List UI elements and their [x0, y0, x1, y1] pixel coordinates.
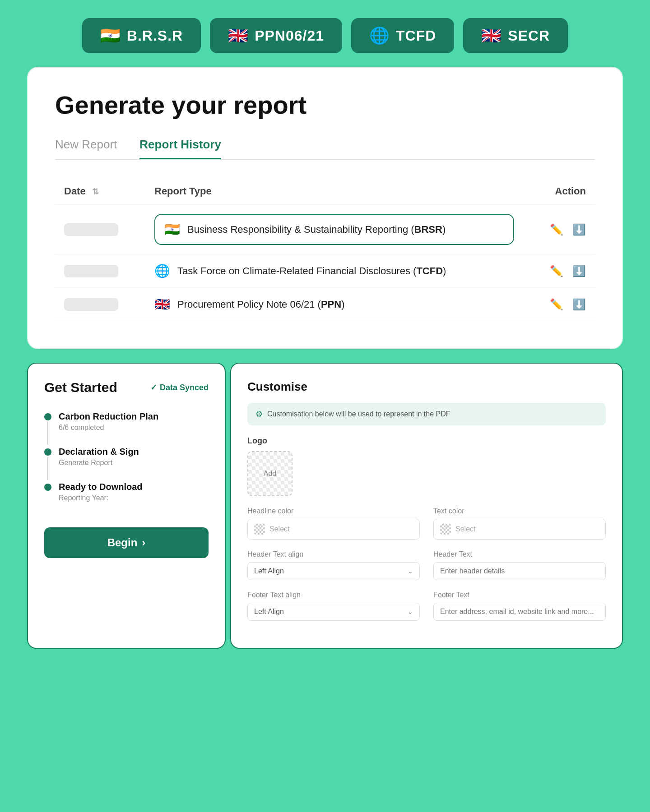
tcfd-abbr: TCFD: [416, 265, 443, 277]
nav-badge-brsr[interactable]: 🇮🇳 B.R.S.R: [82, 18, 201, 53]
ppn-label: PPN06/21: [255, 28, 324, 44]
footer-text-field: Footer Text: [433, 591, 606, 621]
report-type-cell-1: 🇮🇳 Business Responsibility & Sustainabil…: [145, 205, 523, 254]
step-1-title: Carbon Reduction Plan: [59, 411, 158, 422]
nav-badge-tcfd[interactable]: 🌐 TCFD: [351, 18, 454, 53]
footer-align-value: Left Align: [254, 608, 284, 616]
brsr-label: B.R.S.R: [127, 28, 183, 44]
date-placeholder-1: [64, 223, 118, 236]
header-text-field: Header Text: [433, 550, 606, 580]
header-text-align-field: Header Text align Left Align ⌄: [247, 550, 420, 580]
col-report-type: Report Type: [145, 178, 523, 205]
step-2-sub: Generate Report: [59, 459, 139, 467]
info-icon: ⚙: [255, 409, 263, 419]
nav-badge-ppn[interactable]: 🇬🇧 PPN06/21: [210, 18, 342, 53]
ppn-report-label: Procurement Policy Note 06/21 (PPN): [177, 299, 345, 310]
logo-label: Logo: [247, 436, 606, 446]
ppn-flag-icon: 🇬🇧: [154, 297, 170, 312]
steps-list: Carbon Reduction Plan 6/6 completed Decl…: [44, 411, 209, 511]
header-align-select[interactable]: Left Align ⌄: [247, 562, 420, 580]
edit-icon-3[interactable]: ✏️: [550, 298, 563, 311]
ppn-abbr: PPN: [321, 299, 341, 310]
tab-report-history[interactable]: Report History: [139, 138, 221, 159]
col-date: Date ⇅: [55, 178, 145, 205]
footer-align-select[interactable]: Left Align ⌄: [247, 603, 420, 621]
customise-title: Customise: [247, 380, 606, 394]
action-cell-1: ✏️ ⬇️: [523, 205, 595, 254]
get-started-card: Get Started ✓ Data Synced Carbon Reducti…: [27, 363, 226, 649]
get-started-header: Get Started ✓ Data Synced: [44, 380, 209, 395]
header-text-input[interactable]: [433, 562, 606, 580]
headline-color-select[interactable]: Select: [247, 519, 420, 540]
text-color-select[interactable]: Select: [433, 519, 606, 540]
table-row: 🇬🇧 Procurement Policy Note 06/21 (PPN) ✏…: [55, 288, 595, 321]
action-cell-2: ✏️ ⬇️: [523, 254, 595, 288]
main-card: Generate your report New Report Report H…: [27, 67, 623, 349]
headline-color-field: Headline color Select: [247, 507, 420, 540]
tab-new-report[interactable]: New Report: [55, 138, 117, 159]
customise-card: Customise ⚙ Customisation below will be …: [230, 363, 623, 649]
date-placeholder-3: [64, 298, 118, 311]
logo-upload-box[interactable]: Add: [247, 451, 292, 496]
footer-text-input[interactable]: [433, 603, 606, 621]
step-3-left: [44, 482, 51, 491]
globe-flag-icon: 🌐: [369, 26, 390, 45]
step-1-dot: [44, 413, 51, 420]
uk-flag-icon-secr: 🇬🇧: [481, 26, 501, 45]
col-action: Action: [523, 178, 595, 205]
download-icon-2[interactable]: ⬇️: [572, 265, 586, 277]
uk-flag-icon-ppn: 🇬🇧: [228, 26, 248, 45]
table-row: 🌐 Task Force on Climate-Related Financia…: [55, 254, 595, 288]
report-table: Date ⇅ Report Type Action 🇮🇳: [55, 178, 595, 321]
table-row: 🇮🇳 Business Responsibility & Sustainabil…: [55, 205, 595, 254]
step-1-line: [47, 422, 48, 445]
step-2-content: Declaration & Sign Generate Report: [59, 447, 139, 476]
tcfd-globe-icon: 🌐: [154, 263, 170, 278]
step-3-content: Ready to Download Reporting Year:: [59, 482, 143, 511]
download-icon-3[interactable]: ⬇️: [572, 298, 586, 311]
nav-badge-secr[interactable]: 🇬🇧 SECR: [463, 18, 568, 53]
step-1-left: [44, 411, 51, 447]
headline-color-select-label: Select: [269, 525, 289, 533]
text-color-select-label: Select: [455, 525, 475, 533]
color-row: Headline color Select Text color Select: [247, 507, 606, 540]
info-banner: ⚙ Customisation below will be used to re…: [247, 403, 606, 425]
report-type-cell-2: 🌐 Task Force on Climate-Related Financia…: [145, 254, 523, 288]
step-1-content: Carbon Reduction Plan 6/6 completed: [59, 411, 158, 441]
text-color-field: Text color Select: [433, 507, 606, 540]
edit-icon-1[interactable]: ✏️: [550, 223, 563, 236]
date-sort-icon[interactable]: ⇅: [92, 187, 99, 196]
date-cell-3: [55, 288, 145, 321]
header-align-row: Header Text align Left Align ⌄ Header Te…: [247, 550, 606, 580]
secr-label: SECR: [508, 28, 550, 44]
tab-bar: New Report Report History: [55, 138, 595, 160]
checkmark-icon: ✓: [150, 383, 157, 392]
header-align-label: Header Text align: [247, 550, 420, 558]
brsr-flag-icon: 🇮🇳: [164, 222, 180, 237]
footer-text-align-field: Footer Text align Left Align ⌄: [247, 591, 420, 621]
bottom-section: Get Started ✓ Data Synced Carbon Reducti…: [27, 363, 623, 649]
headline-color-label: Headline color: [247, 507, 420, 515]
step-3-title: Ready to Download: [59, 482, 143, 492]
action-cell-3: ✏️ ⬇️: [523, 288, 595, 321]
date-cell-2: [55, 254, 145, 288]
step-2-left: [44, 447, 51, 482]
footer-align-label: Footer Text align: [247, 591, 420, 599]
brsr-report-label: Business Responsibility & Sustainability…: [187, 224, 446, 235]
report-type-cell-3: 🇬🇧 Procurement Policy Note 06/21 (PPN): [145, 288, 523, 321]
download-icon-1[interactable]: ⬇️: [572, 223, 586, 236]
header-align-chevron-icon: ⌄: [408, 567, 413, 575]
step-3: Ready to Download Reporting Year:: [44, 482, 209, 511]
step-2: Declaration & Sign Generate Report: [44, 447, 209, 482]
step-2-dot: [44, 448, 51, 456]
begin-button[interactable]: Begin ›: [44, 527, 209, 558]
get-started-title: Get Started: [44, 380, 117, 395]
footer-align-chevron-icon: ⌄: [408, 608, 413, 615]
step-2-line: [47, 457, 48, 480]
text-color-label: Text color: [433, 507, 606, 515]
edit-icon-2[interactable]: ✏️: [550, 265, 563, 277]
top-nav: 🇮🇳 B.R.S.R 🇬🇧 PPN06/21 🌐 TCFD 🇬🇧 SECR: [27, 18, 623, 53]
header-align-value: Left Align: [254, 567, 284, 575]
brsr-abbr: BRSR: [414, 224, 442, 235]
step-2-title: Declaration & Sign: [59, 447, 139, 457]
